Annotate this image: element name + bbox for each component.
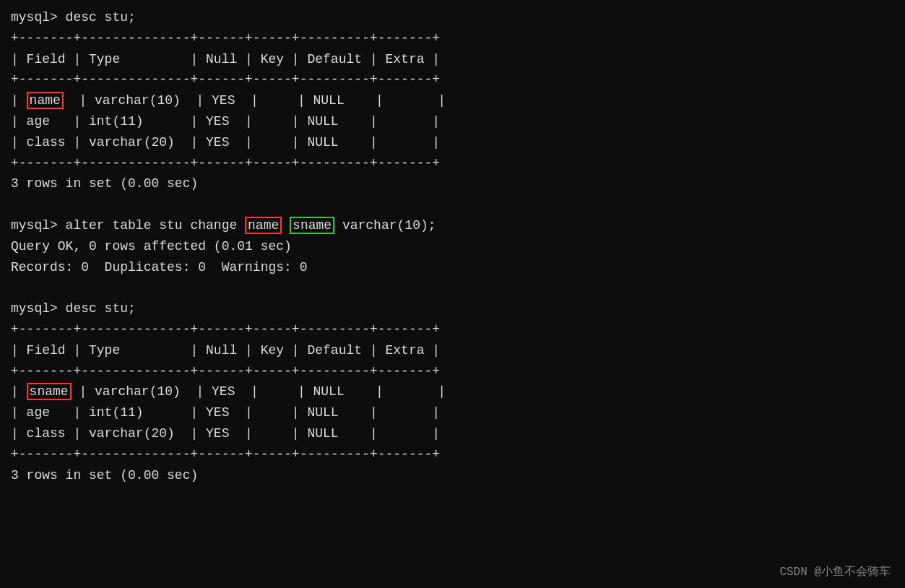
sep-line-1: +-------+--------------+------+-----+---… bbox=[11, 31, 440, 46]
row-name-1: | name | varchar(10) | YES | | NULL | | bbox=[11, 90, 894, 111]
alter-line: mysql> alter table stu change name sname… bbox=[11, 215, 894, 236]
query-ok-line: Query OK, 0 rows affected (0.01 sec) bbox=[11, 236, 894, 257]
row-sname: | sname | varchar(10) | YES | | NULL | | bbox=[11, 381, 894, 402]
row-class-2: | class | varchar(20) | YES | | NULL | | bbox=[11, 423, 894, 444]
watermark: CSDN @小鱼不会骑车 bbox=[779, 564, 891, 579]
row-age-1: | age | int(11) | YES | | NULL | | bbox=[11, 111, 894, 132]
sep-line-4: +-------+--------------+------+-----+---… bbox=[11, 322, 440, 337]
sep-line-3: +-------+--------------+------+-----+---… bbox=[11, 156, 440, 170]
sep-line-5: +-------+--------------+------+-----+---… bbox=[11, 364, 440, 379]
prompt-line-1: mysql> desc stu; bbox=[11, 7, 894, 28]
empty-line-2 bbox=[11, 277, 894, 298]
highlight-sname-red: sname bbox=[27, 383, 72, 400]
prompt-line-2: mysql> desc stu; bbox=[11, 298, 894, 319]
row-class-1: | class | varchar(20) | YES | | NULL | | bbox=[11, 132, 894, 153]
rowcount-line-1: 3 rows in set (0.00 sec) bbox=[11, 173, 894, 194]
header-line-1: | Field | Type | Null | Key | Default | … bbox=[11, 49, 894, 70]
row-age-2: | age | int(11) | YES | | NULL | | bbox=[11, 402, 894, 423]
terminal: mysql> desc stu; +-------+--------------… bbox=[0, 0, 905, 493]
header-line-2: | Field | Type | Null | Key | Default | … bbox=[11, 340, 894, 361]
sep-line-2: +-------+--------------+------+-----+---… bbox=[11, 72, 440, 87]
highlight-sname-green: sname bbox=[290, 217, 334, 234]
highlight-name-red: name bbox=[27, 92, 64, 109]
rowcount-line-2: 3 rows in set (0.00 sec) bbox=[11, 465, 894, 486]
records-line: Records: 0 Duplicates: 0 Warnings: 0 bbox=[11, 257, 894, 278]
empty-line-1 bbox=[11, 194, 894, 215]
highlight-name-alter-red: name bbox=[245, 217, 282, 234]
sep-line-6: +-------+--------------+------+-----+---… bbox=[11, 447, 440, 462]
